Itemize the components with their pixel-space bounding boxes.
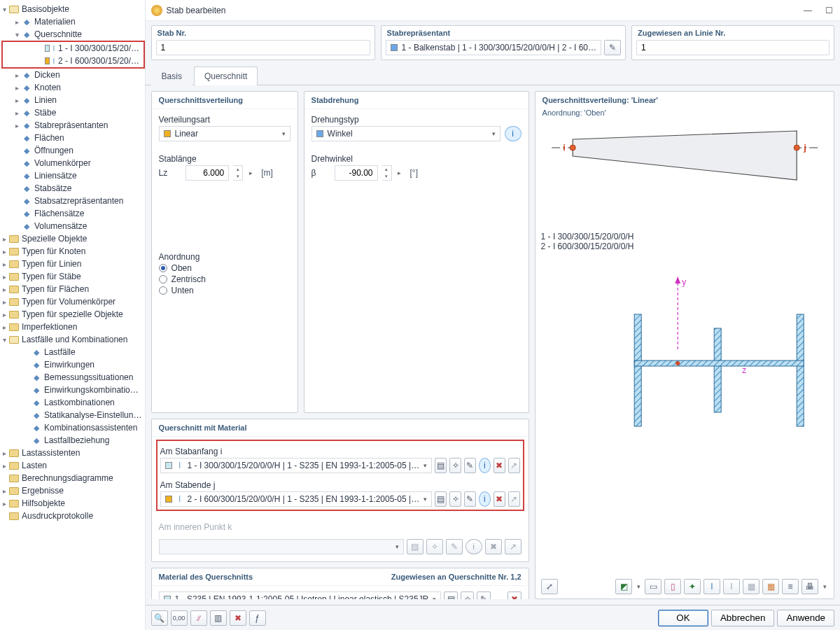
- tree-item[interactable]: Berechnungsdiagramme: [0, 472, 145, 484]
- tree-item[interactable]: I1 - I 300/300/15/20/0/0/H |: [3, 42, 144, 55]
- tree-item[interactable]: ▾◆Querschnitte: [0, 28, 145, 41]
- maximize-button[interactable]: ☐: [823, 5, 834, 16]
- tree-item[interactable]: ▸Typen für Linien: [0, 258, 145, 270]
- minimize-button[interactable]: —: [802, 5, 813, 16]
- new-button[interactable]: ✧: [449, 491, 461, 507]
- expand-icon[interactable]: ▸: [0, 260, 8, 268]
- material-combo[interactable]: 1 - S235 | EN 1993-1-1:2005-05 | Isotrop…: [159, 592, 442, 599]
- cancel-button[interactable]: Abbrechen: [711, 610, 774, 626]
- tree-item[interactable]: ▸Typen für Volumenkörper: [0, 295, 145, 308]
- qs-end-combo[interactable]: I 2 - I 600/300/15/20/0/0/H | 1 - S235 |…: [160, 491, 433, 507]
- footer-tool-units[interactable]: 0,00: [171, 610, 188, 626]
- edit-button[interactable]: ✎: [464, 491, 476, 507]
- preview-tool-2[interactable]: ▭: [645, 579, 662, 594]
- tree-item[interactable]: ◆Bemessungssituationen: [0, 371, 145, 384]
- tree-item[interactable]: ▸Lasten: [0, 459, 145, 472]
- len-menu-button[interactable]: ▸: [247, 169, 254, 176]
- expand-icon[interactable]: ▸: [13, 122, 21, 130]
- rot-type-combo[interactable]: Winkel ▾: [312, 126, 500, 141]
- footer-tool-3[interactable]: ⫽: [190, 610, 207, 626]
- lib-button[interactable]: ▤: [444, 592, 458, 599]
- tree-item[interactable]: Ausdruckprotokolle: [0, 510, 145, 522]
- ok-button[interactable]: OK: [658, 610, 708, 626]
- tree-item[interactable]: ◆Lastfallbeziehung: [0, 434, 145, 447]
- anord-option[interactable]: Zentrisch: [159, 274, 290, 284]
- tree-item[interactable]: ▸◆Materialien: [0, 15, 145, 28]
- expand-icon[interactable]: ▸: [13, 97, 21, 104]
- preview-tool-8[interactable]: ▦: [762, 579, 779, 594]
- delete-button[interactable]: ✖: [493, 458, 505, 473]
- tree-item[interactable]: ▸◆Knoten: [0, 81, 145, 94]
- preview-tool-1[interactable]: ◩: [615, 579, 632, 594]
- tree-item[interactable]: I2 - I 600/300/15/20/0/0/H |: [3, 55, 144, 67]
- footer-tool-5[interactable]: ✖: [230, 610, 246, 626]
- line-input[interactable]: [636, 40, 830, 55]
- preview-tool-6[interactable]: I: [723, 579, 740, 594]
- expand-icon[interactable]: ▸: [0, 298, 8, 306]
- delete-button[interactable]: ✖: [507, 592, 522, 599]
- navigator-tree[interactable]: ▾ Basisobjekte ▸◆Materialien▾◆Querschnit…: [0, 0, 146, 630]
- preview-tool-extend[interactable]: ⤢: [541, 579, 558, 594]
- rep-combo[interactable]: 1 - Balkenstab | 1 - I 300/300/15/20/0/0…: [386, 40, 601, 55]
- footer-tool-6[interactable]: ƒ: [249, 610, 266, 626]
- expand-icon[interactable]: ▸: [0, 487, 8, 495]
- new-button[interactable]: ✧: [449, 458, 461, 473]
- preview-tool-5[interactable]: I: [704, 579, 720, 594]
- len-spinner[interactable]: ▴▾: [233, 165, 243, 181]
- preview-tool-9[interactable]: ≡: [782, 579, 799, 594]
- tree-item[interactable]: ▸Typen für spezielle Objekte: [0, 308, 145, 321]
- info-button[interactable]: i: [505, 126, 522, 141]
- tab-querschnitt[interactable]: Querschnitt: [194, 66, 258, 85]
- tree-item[interactable]: ◆Öffnungen: [0, 144, 145, 157]
- tree-item[interactable]: ◆Kombinationsassistenten: [0, 421, 145, 434]
- lib-button[interactable]: ▤: [435, 458, 447, 473]
- expand-icon[interactable]: ▸: [0, 323, 8, 331]
- tree-root[interactable]: ▾ Basisobjekte: [0, 3, 145, 15]
- rep-edit-button[interactable]: ✎: [604, 40, 621, 55]
- preview-tool-3[interactable]: ▯: [664, 579, 681, 594]
- tree-item[interactable]: ▸Hilfsobjekte: [0, 497, 145, 510]
- tree-item[interactable]: ▸Typen für Knoten: [0, 245, 145, 258]
- tree-item[interactable]: ▸Spezielle Objekte: [0, 232, 145, 245]
- anord-option[interactable]: Unten: [159, 286, 290, 295]
- ang-spinner[interactable]: ▴▾: [382, 165, 392, 181]
- expand-icon[interactable]: ▸: [0, 273, 8, 281]
- anord-option[interactable]: Oben: [159, 263, 290, 273]
- tree-item[interactable]: ◆Volumensätze: [0, 220, 145, 232]
- expand-icon[interactable]: ▸: [13, 71, 21, 79]
- tree-item[interactable]: ◆Statikanalyse-Einstellungen: [0, 409, 145, 421]
- preview-tool-print-menu[interactable]: ▾: [821, 583, 828, 590]
- expand-icon[interactable]: ▸: [0, 248, 8, 255]
- edit-button[interactable]: ✎: [464, 458, 476, 473]
- tree-item[interactable]: ◆Flächensätze: [0, 207, 145, 220]
- preview-tool-7[interactable]: ▦: [743, 579, 760, 594]
- expand-icon[interactable]: ▸: [13, 109, 21, 117]
- footer-tool-4[interactable]: ▥: [210, 610, 227, 626]
- tree-item[interactable]: ◆Einwirkungskombinationen: [0, 384, 145, 396]
- tree-item[interactable]: ◆Stabsatzrepräsentanten: [0, 195, 145, 207]
- ang-menu-button[interactable]: ▸: [396, 169, 403, 176]
- len-input[interactable]: [186, 165, 229, 181]
- tab-basis[interactable]: Basis: [151, 66, 192, 85]
- expand-icon[interactable]: ▸: [0, 311, 8, 318]
- tree-item[interactable]: ◆Einwirkungen: [0, 358, 145, 371]
- expand-icon[interactable]: ▸: [13, 84, 21, 92]
- tree-item[interactable]: ◆Lastfälle: [0, 346, 145, 358]
- ang-input[interactable]: [335, 165, 378, 181]
- preview-tool-print[interactable]: 🖶: [802, 579, 818, 594]
- expand-icon[interactable]: ▸: [13, 18, 21, 26]
- tree-item[interactable]: ◆Lastkombinationen: [0, 396, 145, 409]
- tree-item[interactable]: ◆Flächen: [0, 132, 145, 144]
- expand-icon[interactable]: ▸: [0, 286, 8, 293]
- preview-tool-1-menu[interactable]: ▾: [635, 583, 642, 590]
- tree-item[interactable]: ▸◆Dicken: [0, 69, 145, 81]
- new-button[interactable]: ✧: [461, 592, 475, 599]
- info-button[interactable]: i: [479, 491, 491, 507]
- tree-item[interactable]: ▸◆Stäbe: [0, 106, 145, 119]
- expand-icon[interactable]: ▾: [0, 336, 8, 344]
- expand-icon[interactable]: ▸: [0, 500, 8, 507]
- footer-tool-zoom[interactable]: 🔍: [151, 610, 168, 626]
- delete-button[interactable]: ✖: [493, 491, 505, 507]
- stab-nr-input[interactable]: [156, 40, 370, 55]
- tree-item[interactable]: ▸Ergebnisse: [0, 484, 145, 497]
